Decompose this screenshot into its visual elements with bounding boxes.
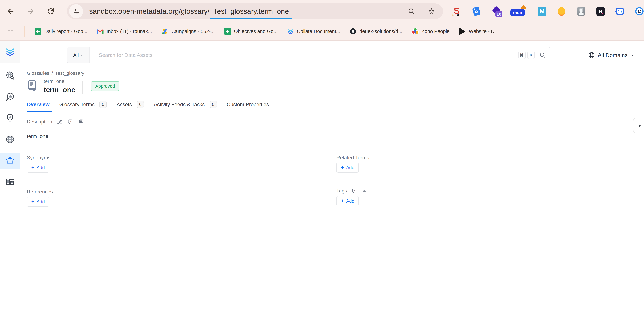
site-settings-button[interactable] <box>69 4 83 18</box>
similarweb-extension-icon[interactable]: 10 <box>492 7 501 16</box>
breadcrumb-glossaries-link[interactable]: Glossaries <box>27 70 49 76</box>
tags-header: Tags ? <box>336 188 367 194</box>
tags-label: Tags <box>336 188 347 194</box>
observability-icon <box>5 92 15 102</box>
collate-icon <box>287 28 294 35</box>
bookmark-zoho-people[interactable]: Zoho People <box>412 28 450 35</box>
description-label: Description <box>27 119 52 125</box>
sidebar-item-glossary[interactable] <box>0 174 20 190</box>
search-icon[interactable] <box>539 52 546 59</box>
tab-glossary-terms[interactable]: Glossary Terms 0 <box>59 101 107 108</box>
zoho-people-icon <box>412 28 419 35</box>
edit-description-icon[interactable] <box>57 119 63 125</box>
bookmarks-bar: Daily report - Goo... Inbox (11) - rouna… <box>0 23 644 40</box>
comments-icon[interactable] <box>78 119 84 125</box>
lightbulb-icon <box>5 113 15 123</box>
chevron-down-icon <box>630 53 634 57</box>
hotjar-extension-icon[interactable]: H <box>596 7 605 16</box>
sidebar-item-govern[interactable] <box>0 152 20 169</box>
bookmark-website[interactable]: Website - D <box>459 28 494 35</box>
screen: sandbox.open-metadata.org/glossary/Test_… <box>0 0 644 310</box>
svg-text:?: ? <box>70 120 71 123</box>
global-search-bar[interactable]: All ⌘ K <box>67 47 550 63</box>
bookmark-daily-report[interactable]: Daily report - Goo... <box>34 28 87 35</box>
sheets-icon <box>224 28 231 35</box>
search-scope-value: All <box>73 52 79 58</box>
tab-custom-properties[interactable]: Custom Properties <box>227 102 269 107</box>
term-display-name: term_one <box>44 78 64 84</box>
pointer-extension-icon[interactable] <box>577 7 586 16</box>
orange-ball-extension-icon[interactable] <box>557 7 566 16</box>
bookmark-objectives[interactable]: Objectves and Go... <box>224 28 278 35</box>
reload-button[interactable] <box>46 7 55 16</box>
bookmark-inbox[interactable]: Inbox (11) - rounak... <box>96 28 152 35</box>
tab-count-badge: 0 <box>99 101 107 108</box>
add-synonym-button[interactable]: + Add <box>27 163 49 173</box>
request-tags-icon[interactable]: ? <box>351 188 357 194</box>
request-description-icon[interactable]: ? <box>67 119 73 125</box>
keyword-tag-extension-icon[interactable] <box>472 7 482 16</box>
tabs-bottom-border <box>21 112 644 112</box>
related-terms-label: Related Terms <box>336 155 369 161</box>
plus-icon: + <box>341 198 344 204</box>
tab-activity-feeds[interactable]: Activity Feeds & Tasks 0 <box>154 101 217 108</box>
sidebar-item-insights[interactable] <box>0 110 20 126</box>
domain-selector[interactable]: All Domains <box>588 47 634 63</box>
search-input[interactable] <box>90 52 518 58</box>
bookmarks-divider <box>24 26 25 37</box>
search-scope-dropdown[interactable]: All <box>67 47 90 63</box>
browser-toolbar: sandbox.open-metadata.org/glossary/Test_… <box>0 0 644 23</box>
collate-logo-icon <box>4 46 16 57</box>
bookmark-github-repo[interactable]: deuex-solutions/d... <box>350 28 402 35</box>
monday-extension-icon[interactable]: M <box>538 7 547 16</box>
bookmark-collate-docs[interactable]: Collate Document... <box>287 28 340 35</box>
add-related-term-button[interactable]: + Add <box>336 163 359 173</box>
tag-assistant-extension-icon[interactable]: ) <box>616 7 624 16</box>
globe-icon <box>588 52 595 59</box>
colab-extension-icon[interactable]: C <box>635 7 644 16</box>
breadcrumb: Glossaries / Test_glossary <box>27 70 84 76</box>
github-icon <box>350 28 357 35</box>
plus-icon: + <box>31 199 34 204</box>
apps-grid-icon[interactable] <box>7 28 14 35</box>
synonyms-label: Synonyms <box>27 155 50 161</box>
bookmark-campaigns[interactable]: Campaigns - 562-... <box>161 28 215 35</box>
tab-assets[interactable]: Assets 0 <box>116 101 144 108</box>
plus-icon: + <box>341 165 344 170</box>
breadcrumb-glossary-link[interactable]: Test_glossary <box>55 70 84 76</box>
sidebar-item-explore[interactable] <box>0 68 20 84</box>
reload-icon <box>46 7 55 16</box>
add-reference-button[interactable]: + Add <box>27 197 49 207</box>
tags-comments-icon[interactable] <box>361 188 367 194</box>
tab-overview[interactable]: Overview <box>27 102 49 107</box>
app-logo[interactable] <box>0 41 20 63</box>
cmd-key-badge: ⌘ <box>518 52 526 59</box>
play-icon <box>459 28 466 35</box>
zoom-out-indicator[interactable] <box>408 8 415 15</box>
add-tag-button[interactable]: + Add <box>336 196 359 206</box>
address-bar[interactable]: sandbox.open-metadata.org/glossary/Test_… <box>67 3 443 19</box>
redirect-path-extension-icon[interactable]: redir <box>511 7 527 16</box>
glossary-term-icon <box>27 79 37 92</box>
sidebar-item-domains[interactable] <box>0 131 20 147</box>
seo-extension-icon[interactable]: S SEO <box>453 7 462 16</box>
tabs-bar: Overview Glossary Terms 0 Assets 0 Activ… <box>27 101 269 108</box>
bookmark-star-button[interactable] <box>428 8 436 15</box>
chevron-down-icon <box>80 53 84 57</box>
forward-button[interactable] <box>26 7 35 16</box>
tab-count-badge: 0 <box>210 101 217 108</box>
k-key-badge: K <box>528 52 535 59</box>
collapse-panel-button[interactable] <box>633 118 644 133</box>
breadcrumb-separator: / <box>52 70 53 76</box>
gmail-icon <box>96 28 104 35</box>
knowledge-book-icon <box>5 177 15 187</box>
back-icon <box>6 7 15 16</box>
domain-selector-label: All Domains <box>598 52 628 58</box>
url-field[interactable]: sandbox.open-metadata.org/glossary/Test_… <box>89 3 292 19</box>
references-label: References <box>27 189 53 195</box>
sheets-icon <box>34 28 42 35</box>
google-ads-icon <box>161 28 169 35</box>
back-button[interactable] <box>6 7 15 16</box>
explore-icon <box>5 71 15 81</box>
sidebar-item-observability[interactable] <box>0 89 20 105</box>
